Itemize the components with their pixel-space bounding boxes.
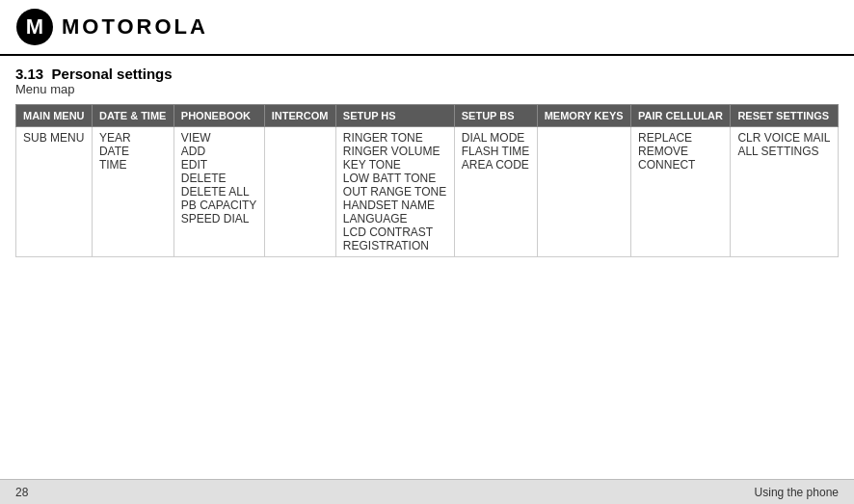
section-title-text: Personal settings <box>52 66 173 82</box>
setup-hs-ringer-tone: RINGER TONE <box>343 131 447 145</box>
pair-cellular-replace: REPLACE <box>638 131 723 145</box>
page-footer: 28 Using the phone <box>0 479 854 504</box>
cell-sub-menu: SUB MENU <box>16 127 93 257</box>
phonebook-pb-capacity: PB CAPACITY <box>181 199 257 212</box>
setup-bs-area-code: AREA CODE <box>462 158 530 172</box>
cell-setup-bs: DIAL MODE FLASH TIME AREA CODE <box>454 127 537 257</box>
cell-setup-hs: RINGER TONE RINGER VOLUME KEY TONE LOW B… <box>335 127 454 257</box>
setup-hs-key-tone: KEY TONE <box>343 158 447 172</box>
phonebook-edit: EDIT <box>181 158 257 172</box>
menu-table: MAIN MENU DATE & TIME PHONEBOOK INTERCOM… <box>15 104 839 257</box>
col-header-setup-hs: SETUP HS <box>335 105 454 127</box>
section-title-area: 3.13 Personal settings Menu map <box>0 56 854 98</box>
col-header-pair-cellular: PAIR CELLULAR <box>631 105 731 127</box>
setup-hs-registration: REGISTRATION <box>343 239 447 252</box>
section-heading: 3.13 Personal settings <box>15 66 839 82</box>
reset-clr-voice-mail: CLR VOICE MAIL <box>737 131 831 145</box>
motorola-logo-icon: M <box>15 8 54 46</box>
col-header-memory-keys: MEMORY KEYS <box>537 105 630 127</box>
phonebook-speed-dial: SPEED DIAL <box>181 212 257 225</box>
logo-container: M MOTOROLA <box>15 8 208 46</box>
phonebook-delete-all: DELETE ALL <box>181 185 257 199</box>
col-header-intercom: INTERCOM <box>264 105 335 127</box>
table-header-row: MAIN MENU DATE & TIME PHONEBOOK INTERCOM… <box>16 105 839 127</box>
setup-hs-lcd-contrast: LCD CONTRAST <box>343 225 447 239</box>
page-header: M MOTOROLA <box>0 0 854 56</box>
setup-hs-language: LANGUAGE <box>343 212 447 225</box>
col-header-main-menu: MAIN MENU <box>16 105 93 127</box>
phonebook-delete: DELETE <box>181 172 257 185</box>
page-number: 28 <box>15 486 28 499</box>
phonebook-add: ADD <box>181 145 257 158</box>
phonebook-view: VIEW <box>181 131 257 145</box>
cell-reset-settings: CLR VOICE MAIL ALL SETTINGS <box>731 127 839 257</box>
setup-hs-handset-name: HANDSET NAME <box>343 199 447 212</box>
pair-cellular-remove: REMOVE <box>638 145 723 158</box>
col-header-date-time: DATE & TIME <box>92 105 173 127</box>
svg-text:M: M <box>26 14 43 39</box>
setup-bs-dial-mode: DIAL MODE <box>462 131 530 145</box>
section-number: 3.13 <box>15 66 43 82</box>
brand-name: MOTOROLA <box>62 14 208 40</box>
date-time-date: DATE <box>99 145 167 158</box>
setup-hs-out-range-tone: OUT RANGE TONE <box>343 185 447 199</box>
setup-hs-ringer-volume: RINGER VOLUME <box>343 145 447 158</box>
pair-cellular-connect: CONNECT <box>638 158 723 172</box>
footer-right-text: Using the phone <box>755 486 839 499</box>
setup-bs-flash-time: FLASH TIME <box>462 145 530 158</box>
col-header-setup-bs: SETUP BS <box>454 105 537 127</box>
cell-phonebook: VIEW ADD EDIT DELETE DELETE ALL PB CAPAC… <box>173 127 264 257</box>
cell-memory-keys <box>537 127 630 257</box>
cell-intercom <box>264 127 335 257</box>
section-subtitle: Menu map <box>15 82 839 96</box>
reset-all-settings: ALL SETTINGS <box>737 145 831 158</box>
menu-table-container: MAIN MENU DATE & TIME PHONEBOOK INTERCOM… <box>0 98 854 257</box>
col-header-phonebook: PHONEBOOK <box>173 105 264 127</box>
date-time-year: YEAR <box>99 131 167 145</box>
cell-date-time: YEAR DATE TIME <box>92 127 173 257</box>
table-row: SUB MENU YEAR DATE TIME VIEW ADD EDIT DE… <box>16 127 839 257</box>
cell-pair-cellular: REPLACE REMOVE CONNECT <box>631 127 731 257</box>
date-time-time: TIME <box>99 158 167 172</box>
setup-hs-low-batt-tone: LOW BATT TONE <box>343 172 447 185</box>
col-header-reset-settings: RESET SETTINGS <box>731 105 839 127</box>
